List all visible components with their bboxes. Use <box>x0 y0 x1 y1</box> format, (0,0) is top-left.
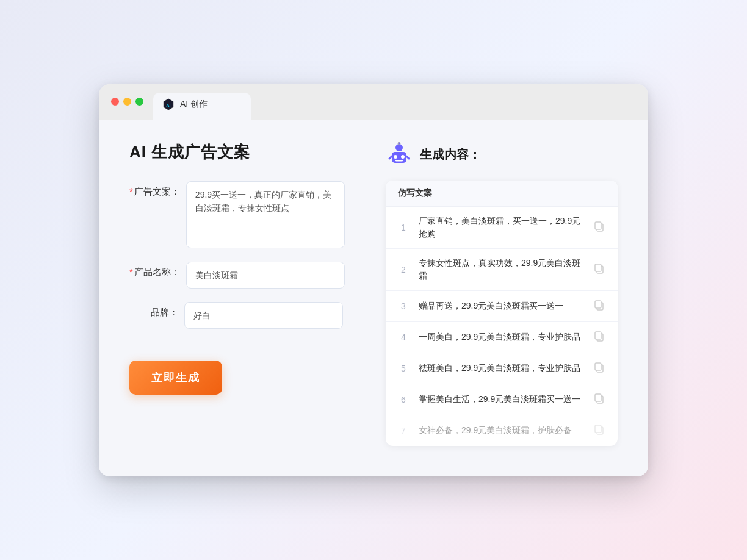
result-item-text: 掌握美白生活，29.9元美白淡斑霜买一送一 <box>419 393 583 406</box>
brand-label: 品牌： <box>129 302 178 318</box>
result-title: 生成内容： <box>420 146 481 163</box>
result-list: 1厂家直销，美白淡斑霜，买一送一，29.9元抢购2专抹女性斑点，真实功效，29.… <box>386 207 618 446</box>
copy-button[interactable] <box>593 220 605 235</box>
tab-label: AI 创作 <box>180 99 208 110</box>
robot-icon <box>386 142 413 168</box>
svg-line-9 <box>389 156 392 159</box>
result-item-text: 女神必备，29.9元美白淡斑霜，护肤必备 <box>419 424 583 437</box>
copy-button[interactable] <box>593 299 605 314</box>
result-item: 1厂家直销，美白淡斑霜，买一送一，29.9元抢购 <box>386 207 618 249</box>
result-item-num: 5 <box>398 364 409 373</box>
browser-content: AI 生成广告文案 *广告文案： 29.9买一送一，真正的厂家直销，美白淡斑霜，… <box>99 120 648 476</box>
product-name-required: * <box>129 267 133 277</box>
copy-button[interactable] <box>593 423 605 438</box>
result-item-text: 祛斑美白，29.9元美白淡斑霜，专业护肤品 <box>419 362 583 375</box>
result-content: 仿写文案 1厂家直销，美白淡斑霜，买一送一，29.9元抢购2专抹女性斑点，真实功… <box>386 181 618 446</box>
maximize-button[interactable] <box>135 98 143 106</box>
result-item: 2专抹女性斑点，真实功效，29.9元美白淡斑霜 <box>386 249 618 291</box>
svg-point-5 <box>401 155 405 159</box>
svg-rect-22 <box>595 394 601 401</box>
traffic-lights <box>111 98 143 114</box>
copy-button[interactable] <box>593 262 605 277</box>
result-item: 7女神必备，29.9元美白淡斑霜，护肤必备 <box>386 415 618 446</box>
svg-rect-12 <box>595 222 601 229</box>
brand-input[interactable] <box>184 302 343 329</box>
minimize-button[interactable] <box>123 98 131 106</box>
result-item: 4一周美白，29.9元美白淡斑霜，专业护肤品 <box>386 322 618 353</box>
result-item: 3赠品再送，29.9元美白淡斑霜买一送一 <box>386 291 618 322</box>
page-title: AI 生成广告文案 <box>129 142 361 163</box>
svg-rect-20 <box>595 363 601 370</box>
result-item-num: 4 <box>398 332 409 342</box>
right-panel: 生成内容： 仿写文案 1厂家直销，美白淡斑霜，买一送一，29.9元抢购2专抹女性… <box>386 142 618 446</box>
result-item: 5祛斑美白，29.9元美白淡斑霜，专业护肤品 <box>386 353 618 384</box>
ad-copy-input[interactable]: 29.9买一送一，真正的厂家直销，美白淡斑霜，专抹女性斑点 <box>186 181 345 248</box>
titlebar: AI AI 创作 <box>99 84 648 120</box>
result-item-num: 7 <box>398 426 409 436</box>
result-header: 生成内容： <box>386 142 618 168</box>
ad-copy-group: *广告文案： 29.9买一送一，真正的厂家直销，美白淡斑霜，专抹女性斑点 <box>129 181 361 248</box>
ai-tab-icon: AI <box>162 98 175 111</box>
browser-window: AI AI 创作 AI 生成广告文案 *广告文案： 29.9买一送一，真正的厂家… <box>99 84 648 476</box>
svg-line-10 <box>406 156 409 159</box>
result-item-num: 1 <box>398 223 409 232</box>
result-item-num: 6 <box>398 395 409 404</box>
svg-rect-16 <box>595 301 601 308</box>
ad-copy-label: *广告文案： <box>129 181 180 198</box>
product-name-input[interactable] <box>186 262 345 289</box>
result-column-header: 仿写文案 <box>386 181 618 207</box>
ad-copy-required: * <box>129 186 133 196</box>
svg-rect-14 <box>595 264 601 271</box>
result-item-text: 一周美白，29.9元美白淡斑霜，专业护肤品 <box>419 331 583 343</box>
result-item-num: 3 <box>398 301 409 311</box>
svg-rect-24 <box>595 425 601 433</box>
result-item: 6掌握美白生活，29.9元美白淡斑霜买一送一 <box>386 384 618 415</box>
product-name-group: *产品名称： <box>129 262 361 289</box>
svg-rect-18 <box>595 332 601 339</box>
browser-tab[interactable]: AI AI 创作 <box>153 93 251 120</box>
svg-point-4 <box>394 155 397 159</box>
brand-group: 品牌： <box>129 302 361 329</box>
left-panel: AI 生成广告文案 *广告文案： 29.9买一送一，真正的厂家直销，美白淡斑霜，… <box>129 142 361 446</box>
result-item-text: 赠品再送，29.9元美白淡斑霜买一送一 <box>419 300 583 312</box>
svg-text:AI: AI <box>166 102 170 107</box>
result-item-text: 厂家直销，美白淡斑霜，买一送一，29.9元抢购 <box>419 215 583 240</box>
product-name-label: *产品名称： <box>129 262 180 278</box>
svg-point-8 <box>398 142 400 145</box>
result-item-num: 2 <box>398 265 409 275</box>
generate-button[interactable]: 立即生成 <box>129 361 222 395</box>
svg-rect-6 <box>395 160 403 162</box>
copy-button[interactable] <box>593 361 605 376</box>
copy-button[interactable] <box>593 392 605 407</box>
result-item-text: 专抹女性斑点，真实功效，29.9元美白淡斑霜 <box>419 257 583 282</box>
copy-button[interactable] <box>593 330 605 345</box>
close-button[interactable] <box>111 98 119 106</box>
